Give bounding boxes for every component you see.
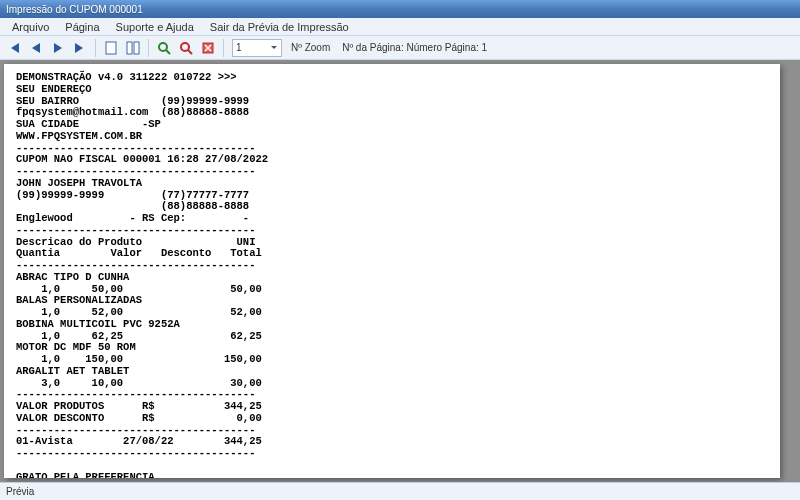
- nav-next-button[interactable]: [48, 38, 68, 58]
- window-title: Impressão do CUPOM 000001: [6, 4, 143, 15]
- toolbar-separator: [223, 39, 224, 57]
- menu-sair[interactable]: Sair da Prévia de Impressão: [202, 19, 357, 35]
- dropdown-icon: [270, 44, 278, 52]
- zoom-label: Nº Zoom: [291, 42, 330, 53]
- toolbar-separator: [95, 39, 96, 57]
- close-preview-button[interactable]: [198, 38, 218, 58]
- zoom-input[interactable]: 1: [232, 39, 282, 57]
- menu-suporte[interactable]: Suporte e Ajuda: [108, 19, 202, 35]
- receipt-content: DEMONSTRAÇÃO v4.0 311222 010722 >>> SEU …: [16, 72, 768, 478]
- statusbar: Prévia: [0, 482, 800, 500]
- window-titlebar: Impressão do CUPOM 000001: [0, 0, 800, 18]
- menu-arquivo[interactable]: Arquivo: [4, 19, 57, 35]
- status-text: Prévia: [6, 486, 34, 497]
- page-single-button[interactable]: [101, 38, 121, 58]
- svg-point-5: [181, 43, 189, 51]
- page-number-label: Nº da Página: Número Página: 1: [342, 42, 487, 53]
- toolbar-separator: [148, 39, 149, 57]
- menu-pagina[interactable]: Página: [57, 19, 107, 35]
- svg-line-4: [166, 50, 170, 54]
- svg-line-6: [188, 50, 192, 54]
- svg-rect-0: [106, 42, 116, 54]
- zoom-out-button[interactable]: [176, 38, 196, 58]
- menubar: Arquivo Página Suporte e Ajuda Sair da P…: [0, 18, 800, 36]
- page-preview: DEMONSTRAÇÃO v4.0 311222 010722 >>> SEU …: [4, 64, 780, 478]
- preview-area: DEMONSTRAÇÃO v4.0 311222 010722 >>> SEU …: [0, 60, 800, 482]
- nav-prev-button[interactable]: [26, 38, 46, 58]
- zoom-value: 1: [236, 42, 242, 53]
- zoom-in-button[interactable]: [154, 38, 174, 58]
- nav-last-button[interactable]: [70, 38, 90, 58]
- svg-rect-1: [127, 42, 132, 54]
- toolbar: 1 Nº Zoom Nº da Página: Número Página: 1: [0, 36, 800, 60]
- nav-first-button[interactable]: [4, 38, 24, 58]
- svg-point-3: [159, 43, 167, 51]
- page-multi-button[interactable]: [123, 38, 143, 58]
- svg-rect-2: [134, 42, 139, 54]
